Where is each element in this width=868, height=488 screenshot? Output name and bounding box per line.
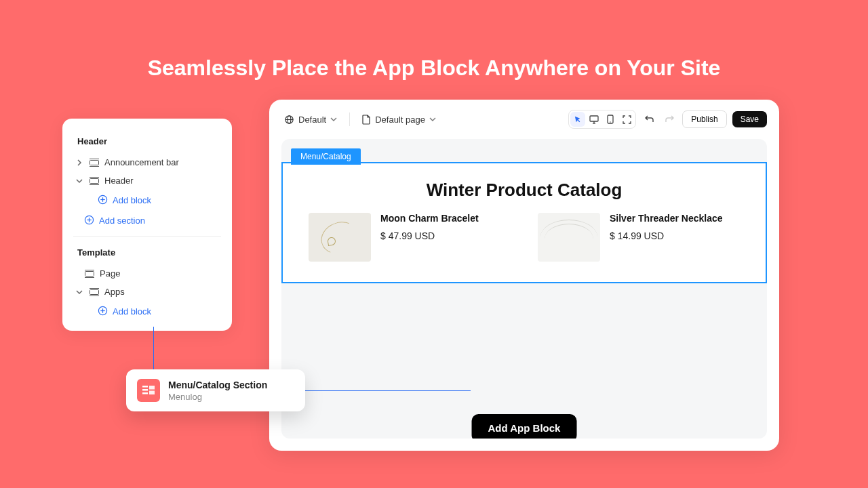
add-block-link-apps[interactable]: Add block — [94, 301, 224, 321]
globe-icon — [284, 115, 294, 125]
hero-title: Seamlessly Place the App Block Anywhere … — [0, 0, 868, 81]
selected-block[interactable]: Winter Product Catalog Moon Charm Bracel… — [281, 162, 767, 283]
chevron-down-icon — [330, 116, 337, 123]
layers-sidebar: Header Announcement bar Header Add block… — [62, 119, 232, 331]
sidebar-item-label: Header — [104, 176, 134, 186]
sidebar-item-header[interactable]: Header — [71, 171, 224, 190]
add-app-block-button[interactable]: Add App Block — [472, 414, 577, 439]
svg-rect-12 — [85, 271, 94, 276]
sidebar-section-header: Header — [71, 131, 224, 153]
popover-subtitle: Menulog — [168, 392, 267, 402]
editor-canvas: Menu/Catalog Winter Product Catalog Moon… — [281, 139, 767, 439]
theme-selector[interactable]: Default — [281, 112, 340, 127]
product-card[interactable]: Moon Charm Bracelet $ 47.99 USD — [309, 213, 511, 262]
chevron-down-icon — [75, 289, 84, 296]
connector-line — [305, 390, 471, 391]
svg-rect-21 — [142, 386, 148, 388]
sidebar-item-announcement[interactable]: Announcement bar — [71, 153, 224, 171]
svg-rect-23 — [142, 392, 148, 394]
link-label: Add section — [99, 216, 145, 226]
plus-circle-icon — [98, 306, 108, 317]
sidebar-item-page[interactable]: Page — [71, 264, 224, 283]
chevron-right-icon — [75, 159, 84, 166]
plus-circle-icon — [98, 195, 108, 205]
fullscreen-icon[interactable] — [619, 112, 634, 127]
divider — [73, 236, 221, 237]
theme-label: Default — [298, 115, 326, 125]
sidebar-item-apps[interactable]: Apps — [71, 283, 224, 301]
sidebar-item-label: Announcement bar — [104, 157, 179, 167]
link-label: Add block — [113, 195, 151, 205]
product-name: Silver Threader Necklace — [610, 213, 723, 224]
svg-rect-24 — [149, 386, 155, 390]
svg-point-33 — [610, 121, 611, 122]
section-icon — [89, 177, 100, 185]
page-selector[interactable]: Default page — [359, 112, 439, 127]
catalog-title: Winter Product Catalog — [303, 180, 745, 201]
desktop-icon[interactable] — [587, 112, 601, 127]
chevron-down-icon — [75, 178, 84, 184]
svg-rect-0 — [90, 160, 99, 165]
product-card[interactable]: Silver Threader Necklace $ 14.99 USD — [538, 213, 740, 262]
connector-line — [153, 327, 154, 370]
product-name: Moon Charm Bracelet — [380, 213, 479, 224]
chevron-down-icon — [429, 116, 436, 123]
add-section-link[interactable]: Add section — [71, 210, 224, 230]
separator — [349, 113, 350, 126]
section-icon — [84, 270, 95, 278]
sidebar-item-label: Apps — [104, 287, 125, 297]
svg-rect-22 — [142, 389, 148, 391]
svg-rect-29 — [590, 116, 598, 121]
product-image — [538, 213, 600, 262]
popover-title: Menu/Catalog Section — [168, 380, 267, 390]
svg-rect-3 — [90, 178, 99, 183]
product-image — [309, 213, 371, 262]
viewport-switcher — [568, 110, 636, 129]
redo-icon — [662, 112, 677, 127]
selection-tab[interactable]: Menu/Catalog — [291, 148, 361, 165]
page-label: Default page — [375, 115, 425, 125]
section-icon — [89, 288, 100, 296]
section-icon — [89, 159, 100, 167]
svg-rect-25 — [149, 391, 155, 395]
product-price: $ 47.99 USD — [380, 230, 479, 241]
svg-rect-15 — [90, 289, 99, 294]
plus-circle-icon — [84, 215, 95, 226]
link-label: Add block — [113, 306, 151, 317]
mobile-icon[interactable] — [603, 112, 618, 127]
inspector-icon[interactable] — [570, 112, 585, 127]
product-price: $ 14.99 USD — [610, 230, 723, 241]
editor-stage: Default Default page Publish Save M — [269, 100, 779, 451]
app-block-popover[interactable]: Menu/Catalog Section Menulog — [126, 369, 305, 411]
add-block-link[interactable]: Add block — [94, 190, 224, 210]
save-button[interactable]: Save — [732, 111, 767, 127]
editor-topbar: Default Default page Publish Save — [281, 109, 767, 129]
sidebar-item-label: Page — [100, 268, 120, 279]
undo-icon[interactable] — [642, 112, 656, 127]
sidebar-section-template: Template — [71, 242, 224, 264]
menulog-icon — [137, 379, 160, 402]
publish-button[interactable]: Publish — [682, 110, 726, 128]
file-icon — [362, 115, 371, 125]
